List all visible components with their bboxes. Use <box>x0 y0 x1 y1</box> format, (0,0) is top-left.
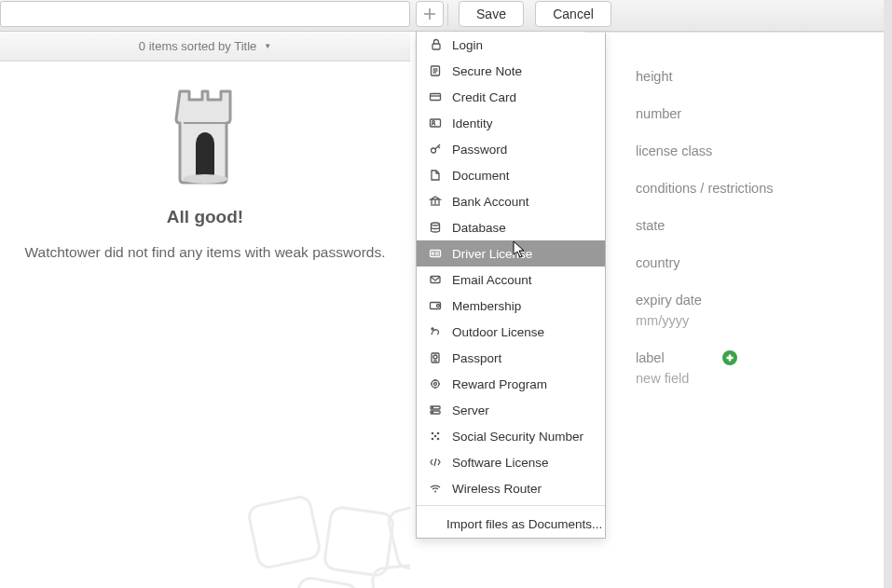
dropdown-item-secure-note[interactable]: Secure Note <box>417 58 605 84</box>
field-label: number <box>636 106 892 121</box>
new-item-dropdown: LoginSecure NoteCredit CardIdentityPassw… <box>416 32 606 539</box>
dropdown-import-files[interactable]: Import files as Documents... <box>417 510 605 538</box>
dropdown-item-outdoor-license[interactable]: Outdoor License <box>417 319 605 345</box>
software-icon <box>428 455 443 470</box>
item-detail-form: heightnumberlicense classconditions / re… <box>615 32 892 588</box>
dropdown-item-label: Server <box>452 403 489 417</box>
dropdown-item-label: Email Account <box>452 273 532 287</box>
svg-point-39 <box>434 435 437 438</box>
dropdown-item-login[interactable]: Login <box>417 32 605 58</box>
dropdown-item-wireless-router[interactable]: Wireless Router <box>417 475 605 501</box>
field-label: expiry date <box>636 293 892 308</box>
dropdown-item-label: Reward Program <box>452 377 547 391</box>
dropdown-item-identity[interactable]: Identity <box>417 110 605 136</box>
field-label: height <box>636 69 892 84</box>
dropdown-item-label: Database <box>452 221 506 235</box>
wifi-icon <box>428 481 443 496</box>
svg-point-30 <box>434 383 437 386</box>
watchtower-icon <box>163 78 247 190</box>
dropdown-item-social-security-number[interactable]: Social Security Number <box>417 423 605 449</box>
field-label: license class <box>636 144 892 158</box>
svg-rect-8 <box>431 94 441 101</box>
bank-icon <box>428 194 443 209</box>
dropdown-item-server[interactable]: Server <box>417 397 605 423</box>
dropdown-item-credit-card[interactable]: Credit Card <box>417 84 605 110</box>
dropdown-item-label: Outdoor License <box>452 325 544 339</box>
svg-point-19 <box>432 253 433 254</box>
dropdown-item-label: Wireless Router <box>452 482 542 496</box>
dropdown-separator <box>417 505 605 506</box>
field-label: conditions / restrictions <box>636 181 892 196</box>
dropdown-item-label: Driver License <box>452 247 532 261</box>
svg-point-17 <box>432 223 440 226</box>
field-number[interactable]: number <box>636 106 892 121</box>
field-height[interactable]: height <box>636 69 892 84</box>
dropdown-item-passport[interactable]: Passport <box>417 345 605 371</box>
key-icon <box>428 142 443 157</box>
dropdown-item-email-account[interactable]: Email Account <box>417 267 605 293</box>
email-icon <box>428 272 443 287</box>
new-field-value-placeholder: new field <box>636 371 892 386</box>
svg-point-11 <box>432 121 435 124</box>
dropdown-item-label: Software License <box>452 456 549 470</box>
plus-icon <box>423 7 436 21</box>
svg-point-36 <box>437 432 440 435</box>
identity-icon <box>428 116 443 130</box>
dropdown-item-document[interactable]: Document <box>417 162 605 188</box>
dropdown-item-reward-program[interactable]: Reward Program <box>417 371 605 397</box>
field-state[interactable]: state <box>636 218 892 233</box>
list-sort-header[interactable]: 0 items sorted by Title ▼ <box>0 32 410 62</box>
new-field-row[interactable]: labelnew field <box>636 350 892 386</box>
svg-rect-10 <box>431 119 441 127</box>
plus-icon <box>725 353 734 362</box>
dropdown-item-software-license[interactable]: Software License <box>417 449 605 475</box>
dropdown-item-label: Credit Card <box>452 90 516 104</box>
item-list-pane: All good! Watchtower did not find any it… <box>0 62 410 588</box>
outdoor-icon <box>428 324 443 339</box>
database-icon <box>428 220 443 235</box>
svg-point-24 <box>437 305 440 308</box>
dropdown-item-database[interactable]: Database <box>417 214 605 240</box>
field-label: state <box>636 218 892 233</box>
list-sort-label: 0 items sorted by Title <box>139 39 256 53</box>
dropdown-item-label: Password <box>452 143 507 157</box>
field-expiry-date[interactable]: expiry datemm/yyyy <box>636 293 892 328</box>
note-icon <box>428 63 443 78</box>
dropdown-item-label: Identity <box>452 116 493 130</box>
svg-point-27 <box>433 355 437 359</box>
dropdown-item-membership[interactable]: Membership <box>417 293 605 319</box>
dropdown-item-label: Membership <box>452 299 521 313</box>
dropdown-item-label: Bank Account <box>452 195 529 209</box>
dropdown-item-password[interactable]: Password <box>417 136 605 162</box>
dropdown-item-label: Passport <box>452 351 501 365</box>
svg-line-40 <box>434 458 436 466</box>
dropdown-item-label: Login <box>452 38 483 52</box>
toolbar-divider <box>447 4 448 26</box>
field-country[interactable]: country <box>636 255 892 270</box>
login-icon <box>428 37 443 52</box>
field-license-class[interactable]: license class <box>636 144 892 158</box>
add-field-button[interactable] <box>722 350 737 365</box>
watchtower-title: All good! <box>0 207 410 227</box>
svg-point-33 <box>432 407 433 408</box>
add-item-button[interactable] <box>416 1 444 27</box>
save-button[interactable]: Save <box>459 1 524 27</box>
background-illustration <box>242 499 410 588</box>
dropdown-item-driver-license[interactable]: Driver License <box>417 240 605 267</box>
server-icon <box>428 403 443 417</box>
svg-point-29 <box>432 380 439 388</box>
field-conditions-restrictions[interactable]: conditions / restrictions <box>636 181 892 196</box>
dropdown-item-bank-account[interactable]: Bank Account <box>417 188 605 214</box>
top-toolbar: Save Cancel <box>0 0 892 32</box>
caret-down-icon: ▼ <box>264 42 271 50</box>
cancel-button[interactable]: Cancel <box>535 1 611 27</box>
right-edge-strip <box>884 0 892 588</box>
watchtower-message: Watchtower did not find any items with w… <box>0 244 410 261</box>
search-input[interactable] <box>0 1 410 27</box>
document-icon <box>428 168 443 183</box>
dropdown-item-label: Secure Note <box>452 64 522 78</box>
passport-icon <box>428 350 443 365</box>
dropdown-item-label: Document <box>452 169 510 183</box>
svg-point-35 <box>432 432 434 435</box>
svg-point-37 <box>432 438 434 441</box>
